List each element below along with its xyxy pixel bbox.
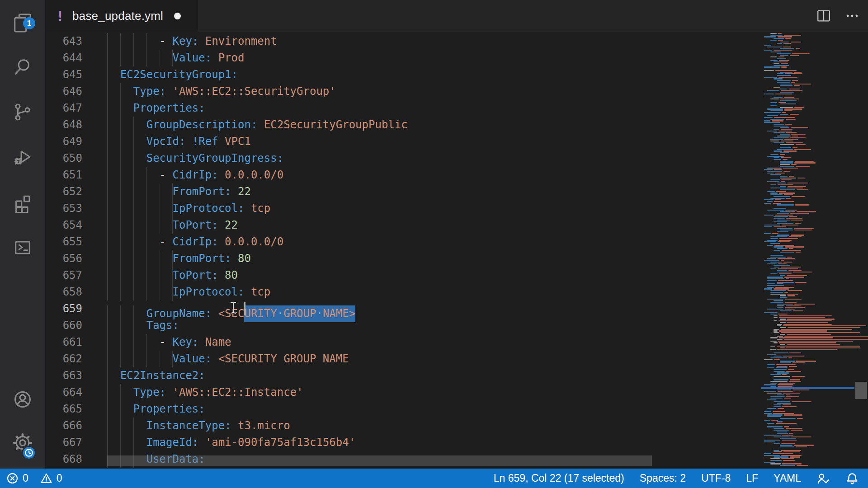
minimap-row [774, 65, 789, 66]
line-number[interactable]: 644 [45, 50, 97, 66]
minimap-row [770, 40, 783, 41]
line-number[interactable]: 662 [45, 351, 97, 367]
minimap-row [774, 443, 795, 444]
line-content: - CidrIp: 0.0.0.0/0 [97, 167, 283, 183]
minimap-row [767, 131, 792, 131]
code-line[interactable]: 643 - Key: Environment [45, 33, 408, 50]
line-number[interactable]: 645 [45, 66, 97, 83]
terminal-icon[interactable] [12, 237, 33, 258]
minimap-row [774, 208, 786, 209]
line-number[interactable]: 647 [45, 100, 97, 117]
minimap-row [764, 225, 798, 225]
more-actions-icon[interactable] [844, 8, 860, 23]
run-debug-icon[interactable] [12, 147, 33, 168]
minimap-row [767, 393, 800, 394]
line-number[interactable]: 659 [45, 300, 97, 317]
minimap-row [780, 446, 807, 447]
line-number[interactable]: 650 [45, 150, 97, 167]
search-icon[interactable] [12, 56, 33, 77]
minimap-row [774, 218, 802, 219]
code-line[interactable]: 652 FromPort: 22 [45, 183, 408, 200]
line-number[interactable]: 663 [45, 367, 97, 384]
line-number[interactable]: 667 [45, 434, 97, 451]
code-line[interactable]: 645 EC2SecurityGroup1: [45, 66, 408, 83]
minimap-row [780, 344, 840, 345]
minimap-row [777, 213, 809, 214]
minimap-row [767, 90, 802, 91]
line-number[interactable]: 665 [45, 401, 97, 418]
source-control-icon[interactable] [12, 102, 33, 122]
code-line[interactable]: 657 ToPort: 80 [45, 267, 408, 284]
minimap-row [767, 280, 793, 281]
code-line[interactable]: 659 GroupName: <SECURITY·GROUP·NAME> [45, 300, 408, 317]
line-number[interactable]: 661 [45, 334, 97, 351]
minimap-row [764, 391, 793, 392]
minimap-row [764, 420, 778, 421]
problems-status[interactable]: 0 0 [0, 469, 62, 488]
line-number[interactable]: 643 [45, 33, 97, 50]
code-line[interactable]: 653 IpProtocol: tcp [45, 200, 408, 217]
minimap-row [777, 75, 791, 76]
code-line[interactable]: 655 - CidrIp: 0.0.0.0/0 [45, 234, 408, 250]
minimap-row [767, 173, 785, 174]
code-line[interactable]: 658 IpProtocol: tcp [45, 284, 408, 300]
line-number[interactable]: 648 [45, 117, 97, 133]
code-editor[interactable]: 643 - Key: Environment644 Value: Prod645… [45, 33, 408, 468]
line-number[interactable]: 664 [45, 384, 97, 401]
horizontal-scrollbar[interactable] [107, 455, 652, 466]
code-line[interactable]: 651 - CidrIp: 0.0.0.0/0 [45, 167, 408, 183]
account-icon[interactable] [12, 389, 33, 410]
minimap-row [780, 189, 808, 190]
code-line[interactable]: 650 SecurityGroupIngress: [45, 150, 408, 167]
line-number[interactable]: 656 [45, 250, 97, 267]
code-line[interactable]: 665 Properties: [45, 401, 408, 418]
tab-base-update-yml[interactable]: ! base_update.yml [45, 0, 198, 32]
code-line[interactable]: 662 Value: <SECURITY GROUP NAME [45, 351, 408, 367]
line-number[interactable]: 649 [45, 133, 97, 150]
minimap-row [774, 267, 801, 267]
code-line[interactable]: 644 Value: Prod [45, 50, 408, 66]
status-cursor-position[interactable]: Ln 659, Col 22 (17 selected) [494, 472, 624, 484]
notifications-bell-icon[interactable] [845, 472, 859, 485]
extensions-icon[interactable] [12, 192, 33, 213]
code-line[interactable]: 654 ToPort: 22 [45, 217, 408, 234]
code-line[interactable]: 648 GroupDescription: EC2SecurityGroupPu… [45, 117, 408, 133]
vertical-scrollbar[interactable] [855, 382, 867, 399]
code-line[interactable]: 649 VpcId: !Ref VPC1 [45, 133, 408, 150]
line-number[interactable]: 657 [45, 267, 97, 284]
tab-bar: ! base_update.yml [45, 0, 868, 32]
line-number[interactable]: 652 [45, 183, 97, 200]
code-line[interactable]: 661 - Key: Name [45, 334, 408, 351]
minimap-row [767, 299, 802, 300]
minimap[interactable] [761, 33, 868, 468]
split-editor-icon[interactable] [816, 8, 832, 24]
status-encoding[interactable]: UTF-8 [701, 472, 731, 484]
status-indentation[interactable]: Spaces: 2 [640, 472, 686, 484]
code-line[interactable]: 666 InstanceType: t3.micro [45, 418, 408, 434]
line-number[interactable]: 658 [45, 284, 97, 300]
minimap-row [764, 226, 786, 227]
code-line[interactable]: 663 EC2Instance2: [45, 367, 408, 384]
code-line[interactable]: 646 Type: 'AWS::EC2::SecurityGroup' [45, 83, 408, 100]
code-line[interactable]: 667 ImageId: 'ami-090fa75af13c156b4' [45, 434, 408, 451]
line-number[interactable]: 660 [45, 317, 97, 334]
error-icon [6, 472, 19, 484]
status-eol[interactable]: LF [746, 472, 758, 484]
line-number[interactable]: 646 [45, 83, 97, 100]
code-line[interactable]: 656 FromPort: 80 [45, 250, 408, 267]
line-number[interactable]: 654 [45, 217, 97, 234]
minimap-row [764, 312, 778, 313]
line-number[interactable]: 655 [45, 234, 97, 250]
line-number[interactable]: 668 [45, 451, 97, 468]
minimap-row [780, 103, 796, 104]
unsaved-dot-icon[interactable] [174, 13, 181, 19]
feedback-icon[interactable] [816, 472, 830, 485]
code-line[interactable]: 664 Type: 'AWS::EC2::Instance' [45, 384, 408, 401]
code-line[interactable]: 647 Properties: [45, 100, 408, 117]
line-number[interactable]: 666 [45, 418, 97, 434]
minimap-row [780, 275, 807, 276]
line-number[interactable]: 653 [45, 200, 97, 217]
line-number[interactable]: 651 [45, 167, 97, 183]
status-language-mode[interactable]: YAML [774, 472, 801, 484]
minimap-current-line [761, 387, 854, 389]
